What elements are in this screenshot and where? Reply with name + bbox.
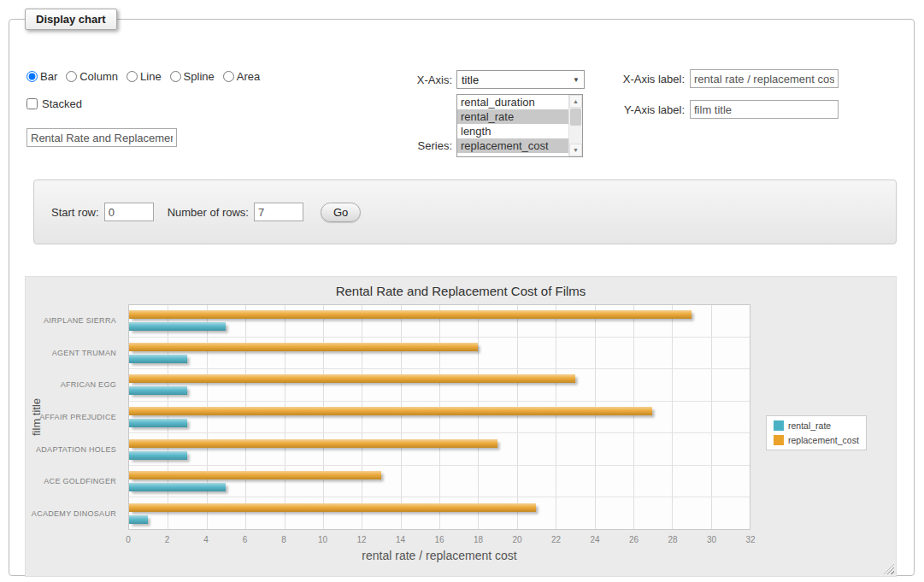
- series-listbox[interactable]: rental_durationrental_ratelengthreplacem…: [456, 94, 583, 157]
- category-row: [129, 369, 750, 402]
- stacked-label: Stacked: [42, 97, 82, 110]
- x-tick-label: 20: [512, 535, 521, 544]
- go-button[interactable]: Go: [321, 203, 361, 222]
- start-row-label: Start row:: [51, 206, 99, 219]
- series-options: rental_durationrental_ratelengthreplacem…: [457, 95, 568, 156]
- radio-label: Bar: [40, 70, 57, 83]
- x-axis-select[interactable]: title ▼: [456, 70, 585, 89]
- legend-label: rental_rate: [788, 420, 831, 431]
- chart-type-radio-line[interactable]: Line: [127, 70, 162, 83]
- radio-line[interactable]: [127, 71, 138, 82]
- category-row: [129, 338, 750, 370]
- x-tick-label: 32: [745, 535, 755, 544]
- radio-area[interactable]: [223, 71, 234, 82]
- category-label: AFRICAN EGG: [26, 368, 123, 401]
- radio-bar[interactable]: [26, 71, 38, 82]
- x-tick-label: 16: [434, 535, 444, 544]
- category-label: AFFAIR PREJUDICE: [26, 401, 123, 433]
- x-axis-selected-value: title: [462, 73, 479, 86]
- bar-replacement_cost: [129, 503, 536, 512]
- chart-type-radio-area[interactable]: Area: [223, 70, 260, 83]
- chart-panel: Rental Rate and Replacement Cost of Film…: [25, 276, 897, 577]
- chart-type-radio-bar[interactable]: Bar: [26, 70, 57, 83]
- resize-handle-icon[interactable]: [884, 564, 894, 574]
- category-row: [129, 402, 750, 434]
- legend-entries: rental_ratereplacement_cost: [774, 420, 859, 445]
- y-axis-label-row: Y-Axis label:: [589, 100, 839, 119]
- x-axis-ticks: 02468101214161820222426283032: [128, 535, 750, 547]
- legend-entry: replacement_cost: [774, 435, 859, 445]
- radio-spline[interactable]: [170, 71, 181, 82]
- display-chart-fieldset: Display chart BarColumnLineSplineArea St…: [9, 9, 915, 576]
- series-option-replacement_cost[interactable]: replacement_cost: [457, 138, 568, 153]
- x-tick-label: 30: [707, 535, 716, 544]
- bar-replacement_cost: [129, 310, 692, 319]
- category-row: [129, 497, 750, 529]
- x-tick-label: 6: [243, 535, 248, 544]
- chart-type-radio-spline[interactable]: Spline: [170, 70, 215, 83]
- legend-swatch: [774, 420, 784, 431]
- series-option-rental_rate[interactable]: rental_rate: [457, 109, 568, 124]
- series-option-length[interactable]: length: [457, 124, 568, 138]
- x-tick-label: 26: [629, 535, 639, 544]
- legend-entry: rental_rate: [774, 420, 859, 431]
- bar-rental_rate: [129, 322, 226, 331]
- scroll-down-icon[interactable]: ▼: [569, 144, 582, 156]
- x-tick-label: 0: [126, 535, 131, 544]
- radio-label: Line: [140, 70, 162, 83]
- bar-replacement_cost: [129, 343, 478, 351]
- x-axis-label-field-label: X-Axis label:: [589, 73, 685, 85]
- stacked-checkbox-row[interactable]: Stacked: [26, 97, 82, 110]
- y-axis-label-field-label: Y-Axis label:: [589, 103, 685, 116]
- scrollbar-thumb[interactable]: [570, 109, 581, 126]
- x-tick-label: 24: [590, 535, 599, 544]
- scrollbar-track[interactable]: [569, 126, 582, 144]
- category-row: [129, 305, 750, 338]
- series-row: Series: rental_durationrental_ratelength…: [333, 94, 583, 157]
- select-dropdown-arrow-icon: ▼: [573, 76, 580, 84]
- x-axis-label-input[interactable]: [690, 69, 839, 88]
- stacked-checkbox[interactable]: [26, 98, 38, 109]
- category-labels: AIRPLANE SIERRAAGENT TRUMANAFRICAN EGGAF…: [26, 304, 123, 530]
- x-tick-label: 8: [281, 535, 286, 544]
- x-tick-label: 18: [474, 535, 483, 544]
- radio-label: Area: [237, 70, 260, 83]
- series-label: Series:: [333, 139, 452, 152]
- plot-area: [128, 304, 750, 530]
- fieldset-legend: Display chart: [25, 9, 117, 30]
- start-row-input[interactable]: [104, 203, 154, 221]
- bar-rental_rate: [129, 386, 187, 395]
- row-range-panel: Start row: Number of rows: Go: [33, 179, 897, 244]
- category-label: ADAPTATION HOLES: [26, 433, 123, 466]
- listbox-scrollbar[interactable]: ▲ ▼: [568, 95, 582, 156]
- plot-rows: [129, 305, 750, 529]
- category-label: AGENT TRUMAN: [26, 337, 123, 369]
- x-tick-label: 12: [356, 535, 366, 544]
- bar-replacement_cost: [129, 471, 381, 479]
- chart-title-input[interactable]: [26, 128, 177, 147]
- category-label: AIRPLANE SIERRA: [26, 304, 123, 337]
- y-axis-label-input[interactable]: [690, 100, 839, 119]
- category-row: [129, 433, 750, 466]
- chart-type-radio-column[interactable]: Column: [66, 70, 118, 83]
- bar-replacement_cost: [129, 407, 652, 415]
- x-tick-label: 4: [203, 535, 209, 544]
- num-rows-input[interactable]: [254, 203, 303, 221]
- category-label: ACADEMY DINOSAUR: [26, 497, 123, 530]
- category-row: [129, 466, 750, 498]
- bar-rental_rate: [129, 419, 187, 427]
- chart-type-radio-group: BarColumnLineSplineArea: [26, 70, 260, 83]
- x-axis-label: X-Axis:: [333, 73, 452, 86]
- bar-rental_rate: [129, 483, 226, 491]
- num-rows-label: Number of rows:: [168, 206, 249, 219]
- chart-x-axis-title: rental rate / replacement cost: [128, 549, 750, 562]
- chart-legend: rental_ratereplacement_cost: [766, 415, 867, 450]
- series-option-rental_duration[interactable]: rental_duration: [457, 95, 568, 109]
- radio-column[interactable]: [66, 71, 77, 82]
- x-axis-row: X-Axis: title ▼: [333, 70, 585, 89]
- scroll-up-icon[interactable]: ▲: [569, 95, 582, 108]
- bar-rental_rate: [129, 451, 187, 460]
- chart-title: Rental Rate and Replacement Cost of Film…: [26, 284, 896, 298]
- x-tick-label: 2: [165, 535, 170, 544]
- x-tick-label: 22: [551, 535, 561, 544]
